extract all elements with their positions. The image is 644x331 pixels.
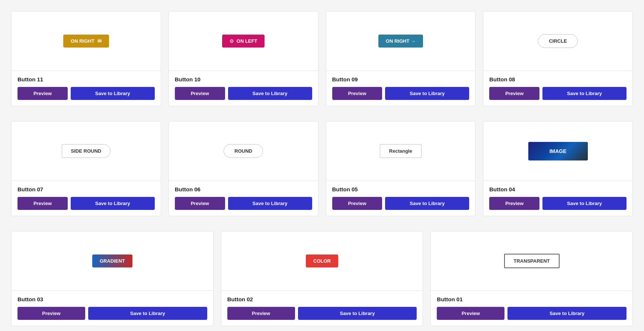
- demo-button-10[interactable]: ⊙ ON LEFT: [222, 35, 265, 48]
- card-preview-btn03: GRADIENT: [12, 231, 213, 291]
- demo-button-06[interactable]: ROUND: [224, 144, 263, 158]
- save-button-btn09[interactable]: Save to Library: [385, 87, 469, 100]
- card-actions-btn03: Preview Save to Library: [17, 307, 207, 320]
- demo-button-09[interactable]: ON RIGHT →: [378, 35, 423, 48]
- card-footer-btn06: Button 06 Preview Save to Library: [169, 181, 318, 216]
- preview-button-btn07[interactable]: Preview: [17, 197, 68, 210]
- card-btn08: CIRCLE Button 08 Preview Save to Library: [483, 11, 633, 106]
- card-actions-btn04: Preview Save to Library: [489, 197, 627, 210]
- save-button-btn01[interactable]: Save to Library: [507, 307, 627, 320]
- card-btn07: SIDE ROUND Button 07 Preview Save to Lib…: [11, 121, 161, 216]
- btn11-label: ON RIGHT: [71, 38, 94, 44]
- demo-button-08[interactable]: CIRCLE: [538, 34, 577, 48]
- card-footer-btn08: Button 08 Preview Save to Library: [483, 71, 632, 106]
- save-button-btn11[interactable]: Save to Library: [71, 87, 155, 100]
- card-actions-btn09: Preview Save to Library: [332, 87, 470, 100]
- card-footer-btn09: Button 09 Preview Save to Library: [326, 71, 475, 106]
- row-1: ON RIGHT ✉ Button 11 Preview Save to Lib…: [11, 11, 633, 106]
- save-button-btn08[interactable]: Save to Library: [542, 87, 627, 100]
- card-title-btn03: Button 03: [17, 296, 207, 302]
- card-title-btn10: Button 10: [175, 76, 312, 82]
- demo-button-03[interactable]: GRADIENT: [92, 254, 132, 267]
- preview-button-btn04[interactable]: Preview: [489, 197, 539, 210]
- card-preview-btn09: ON RIGHT →: [326, 12, 475, 71]
- card-actions-btn02: Preview Save to Library: [227, 307, 417, 320]
- card-btn05: Rectangle Button 05 Preview Save to Libr…: [326, 121, 476, 216]
- preview-button-btn02[interactable]: Preview: [227, 307, 295, 320]
- card-btn10: ⊙ ON LEFT Button 10 Preview Save to Libr…: [169, 11, 318, 106]
- card-actions-btn01: Preview Save to Library: [437, 307, 627, 320]
- card-btn03: GRADIENT Button 03 Preview Save to Libra…: [11, 231, 214, 326]
- card-title-btn09: Button 09: [332, 76, 470, 82]
- card-btn01: TRANSPARENT Button 01 Preview Save to Li…: [430, 231, 633, 326]
- save-button-btn03[interactable]: Save to Library: [88, 307, 207, 320]
- card-preview-btn08: CIRCLE: [483, 12, 632, 71]
- card-btn11: ON RIGHT ✉ Button 11 Preview Save to Lib…: [11, 11, 161, 106]
- btn08-label: CIRCLE: [549, 38, 567, 44]
- preview-button-btn09[interactable]: Preview: [332, 87, 382, 100]
- card-title-btn04: Button 04: [489, 186, 627, 192]
- card-btn09: ON RIGHT → Button 09 Preview Save to Lib…: [326, 11, 476, 106]
- btn07-label: SIDE ROUND: [71, 148, 102, 154]
- card-title-btn06: Button 06: [175, 186, 312, 192]
- btn06-label: ROUND: [234, 148, 252, 154]
- card-preview-btn11: ON RIGHT ✉: [12, 12, 161, 71]
- btn09-label: ON RIGHT →: [386, 38, 416, 44]
- card-actions-btn11: Preview Save to Library: [17, 87, 155, 100]
- card-footer-btn04: Button 04 Preview Save to Library: [483, 181, 632, 216]
- btn03-label: GRADIENT: [100, 258, 125, 264]
- card-title-btn11: Button 11: [17, 76, 155, 82]
- card-title-btn01: Button 01: [437, 296, 627, 302]
- card-title-btn05: Button 05: [332, 186, 470, 192]
- row-3: GRADIENT Button 03 Preview Save to Libra…: [11, 231, 633, 326]
- preview-button-btn01[interactable]: Preview: [437, 307, 504, 320]
- save-button-btn10[interactable]: Save to Library: [228, 87, 312, 100]
- card-footer-btn01: Button 01 Preview Save to Library: [431, 291, 632, 326]
- save-button-btn06[interactable]: Save to Library: [228, 197, 312, 210]
- card-title-btn07: Button 07: [17, 186, 155, 192]
- card-actions-btn10: Preview Save to Library: [175, 87, 312, 100]
- preview-button-btn08[interactable]: Preview: [489, 87, 539, 100]
- card-footer-btn07: Button 07 Preview Save to Library: [12, 181, 161, 216]
- card-footer-btn05: Button 05 Preview Save to Library: [326, 181, 475, 216]
- card-btn04: IMAGE Button 04 Preview Save to Library: [483, 121, 633, 216]
- card-footer-btn03: Button 03 Preview Save to Library: [12, 291, 213, 326]
- demo-button-05[interactable]: Rectangle: [380, 144, 422, 158]
- card-footer-btn11: Button 11 Preview Save to Library: [12, 71, 161, 106]
- save-button-btn04[interactable]: Save to Library: [542, 197, 627, 210]
- btn01-label: TRANSPARENT: [514, 258, 550, 264]
- card-preview-btn05: Rectangle: [326, 121, 475, 181]
- card-actions-btn08: Preview Save to Library: [489, 87, 627, 100]
- preview-button-btn10[interactable]: Preview: [175, 87, 225, 100]
- preview-button-btn03[interactable]: Preview: [17, 307, 85, 320]
- demo-button-04[interactable]: IMAGE: [528, 142, 588, 160]
- card-title-btn08: Button 08: [489, 76, 627, 82]
- demo-button-07[interactable]: SIDE ROUND: [62, 144, 111, 158]
- card-btn06: ROUND Button 06 Preview Save to Library: [169, 121, 318, 216]
- btn10-icon: ⊙: [230, 38, 234, 44]
- card-footer-btn02: Button 02 Preview Save to Library: [221, 291, 423, 326]
- save-button-btn02[interactable]: Save to Library: [298, 307, 417, 320]
- card-preview-btn02: COLOR: [221, 231, 423, 291]
- demo-button-02[interactable]: COLOR: [306, 254, 338, 267]
- save-button-btn07[interactable]: Save to Library: [71, 197, 155, 210]
- demo-button-11[interactable]: ON RIGHT ✉: [63, 35, 109, 48]
- btn10-label: ON LEFT: [237, 38, 257, 44]
- preview-button-btn06[interactable]: Preview: [175, 197, 225, 210]
- card-preview-btn01: TRANSPARENT: [431, 231, 632, 291]
- card-footer-btn10: Button 10 Preview Save to Library: [169, 71, 318, 106]
- save-button-btn05[interactable]: Save to Library: [385, 197, 469, 210]
- row-2: SIDE ROUND Button 07 Preview Save to Lib…: [11, 121, 633, 216]
- card-title-btn02: Button 02: [227, 296, 417, 302]
- preview-button-btn11[interactable]: Preview: [17, 87, 68, 100]
- card-btn02: COLOR Button 02 Preview Save to Library: [221, 231, 423, 326]
- card-preview-btn04: IMAGE: [483, 121, 632, 181]
- preview-button-btn05[interactable]: Preview: [332, 197, 382, 210]
- btn05-label: Rectangle: [389, 148, 412, 154]
- btn04-label: IMAGE: [550, 148, 567, 154]
- card-preview-btn10: ⊙ ON LEFT: [169, 12, 318, 71]
- card-preview-btn07: SIDE ROUND: [12, 121, 161, 181]
- demo-button-01[interactable]: TRANSPARENT: [504, 254, 560, 268]
- page-wrapper: ON RIGHT ✉ Button 11 Preview Save to Lib…: [7, 7, 637, 330]
- card-actions-btn05: Preview Save to Library: [332, 197, 470, 210]
